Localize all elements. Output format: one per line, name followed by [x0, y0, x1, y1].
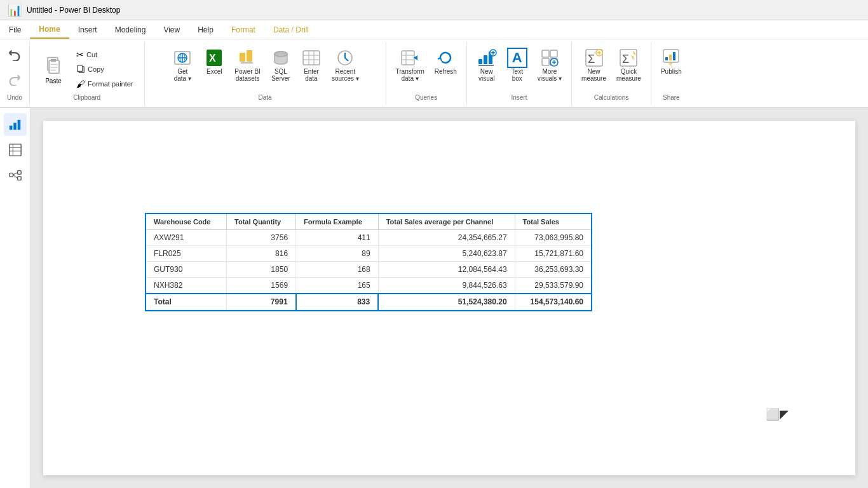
ribbon-undo-section: Undo — [0, 42, 30, 105]
cell-sales-0: 73,063,995.80 — [515, 230, 591, 246]
table-row[interactable]: GUT930 1850 168 12,084,564.43 36,253,693… — [146, 262, 591, 278]
power-bi-datasets-button[interactable]: Power BIdatasets — [230, 44, 265, 85]
table-row[interactable]: NXH382 1569 165 9,844,526.63 29,533,579.… — [146, 278, 591, 294]
svg-rect-31 — [478, 59, 482, 64]
svg-rect-2 — [51, 58, 57, 62]
cell-salesavg-0: 24,354,665.27 — [378, 230, 515, 246]
svg-rect-39 — [550, 50, 557, 57]
col-total-quantity: Total Quantity — [227, 214, 296, 230]
transform-data-icon — [400, 48, 420, 68]
insert-section-label: Insert — [511, 94, 527, 102]
redo-button[interactable] — [5, 69, 24, 92]
table-visual[interactable]: Warehouse Code Total Quantity Formula Ex… — [145, 213, 592, 311]
new-measure-button[interactable]: Σ Newmeasure — [577, 44, 611, 85]
svg-rect-54 — [665, 57, 668, 60]
cell-formula-2: 168 — [296, 262, 379, 278]
cell-formula-1: 89 — [296, 246, 379, 262]
cell-salesavg-3: 9,844,526.63 — [378, 278, 515, 294]
sql-server-button[interactable]: SQLServer — [266, 44, 295, 85]
paste-label: Paste — [45, 78, 62, 85]
data-section-label: Data — [258, 94, 271, 102]
copy-icon — [76, 65, 85, 74]
cell-salesavg-1: 5,240,623.87 — [378, 246, 515, 262]
refresh-button[interactable]: Refresh — [430, 44, 461, 78]
svg-rect-7 — [78, 65, 83, 72]
canvas-inner[interactable]: Warehouse Code Total Quantity Formula Ex… — [43, 121, 855, 475]
table-row[interactable]: FLR025 816 89 5,240,623.87 15,721,871.60 — [146, 246, 591, 262]
enter-data-icon — [301, 48, 322, 68]
new-visual-button[interactable]: Newvisual — [472, 44, 501, 85]
svg-rect-20 — [303, 51, 320, 65]
col-total-sales-avg: Total Sales average per Channel — [378, 214, 515, 230]
report-view-icon — [8, 118, 22, 132]
svg-rect-56 — [673, 52, 675, 60]
svg-rect-60 — [17, 120, 20, 130]
sidebar-data-view[interactable] — [4, 139, 27, 161]
quick-measure-button[interactable]: Σ Quickmeasure — [612, 44, 646, 85]
new-measure-label: Newmeasure — [581, 68, 606, 82]
cell-code-2: GUT930 — [146, 262, 227, 278]
menu-insert[interactable]: Insert — [69, 20, 106, 39]
more-visuals-label: Morevisuals ▾ — [538, 68, 562, 82]
get-data-button[interactable]: Getdata ▾ — [166, 44, 198, 85]
recent-sources-button[interactable]: Recentsources ▾ — [327, 44, 363, 85]
cell-formula-0: 411 — [296, 230, 379, 246]
cell-qty-3: 1569 — [227, 278, 296, 294]
menu-view[interactable]: View — [154, 20, 189, 39]
refresh-icon — [435, 48, 456, 68]
sidebar-report-view[interactable] — [4, 113, 27, 136]
app-icon: 📊 — [8, 3, 22, 17]
publish-button[interactable]: Publish — [656, 44, 686, 78]
transform-data-label: Transformdata ▾ — [396, 68, 424, 82]
paste-button[interactable]: Paste — [36, 44, 71, 94]
more-visuals-icon — [539, 48, 560, 68]
copy-button[interactable]: Copy — [72, 63, 138, 76]
svg-point-19 — [275, 51, 287, 57]
transform-data-button[interactable]: Transformdata ▾ — [391, 44, 429, 85]
svg-line-68 — [13, 172, 17, 175]
mouse-cursor: ⬜◤ — [766, 407, 789, 421]
undo-button[interactable] — [5, 44, 24, 67]
new-visual-icon — [477, 48, 497, 68]
sql-server-icon — [271, 48, 291, 68]
cell-salesavg-2: 12,084,564.43 — [378, 262, 515, 278]
svg-rect-40 — [542, 58, 549, 65]
svg-rect-4 — [51, 67, 58, 68]
total-formula: 833 — [296, 294, 379, 310]
excel-icon: X — [204, 48, 224, 68]
enter-data-label: Enterdata — [304, 68, 319, 82]
menu-data-drill[interactable]: Data / Drill — [264, 20, 318, 39]
text-box-icon: A — [507, 48, 527, 68]
svg-rect-65 — [9, 173, 13, 177]
table-total-row: Total 7991 833 51,524,380.20 154,573,140… — [146, 294, 591, 310]
menu-file[interactable]: File — [0, 20, 30, 39]
excel-button[interactable]: X Excel — [200, 44, 229, 78]
enter-data-button[interactable]: Enterdata — [297, 44, 326, 85]
menu-help[interactable]: Help — [189, 20, 222, 39]
svg-rect-61 — [9, 144, 20, 156]
menu-format[interactable]: Format — [222, 20, 264, 39]
sidebar-model-view[interactable] — [4, 164, 27, 187]
svg-rect-66 — [17, 171, 20, 175]
menu-home[interactable]: Home — [30, 20, 69, 39]
window-title: Untitled - Power BI Desktop — [27, 6, 120, 15]
cut-button[interactable]: ✂ Cut — [72, 48, 138, 62]
more-visuals-button[interactable]: Morevisuals ▾ — [533, 44, 566, 85]
clipboard-small-buttons: ✂ Cut Copy 🖌 Format painter — [72, 44, 138, 94]
svg-rect-15 — [240, 53, 245, 62]
total-sales: 154,573,140.60 — [515, 294, 591, 310]
format-painter-button[interactable]: 🖌 Format painter — [72, 77, 138, 91]
quick-measure-icon: Σ — [618, 48, 639, 68]
table-row[interactable]: AXW291 3756 411 24,354,665.27 73,063,995… — [146, 230, 591, 246]
copy-label: Copy — [88, 65, 104, 73]
col-total-sales: Total Sales — [515, 214, 591, 230]
svg-text:Σ: Σ — [588, 53, 595, 65]
new-visual-label: Newvisual — [478, 68, 495, 82]
text-box-button[interactable]: A Textbox — [503, 44, 532, 85]
svg-text:X: X — [209, 53, 216, 64]
title-bar: 📊 Untitled - Power BI Desktop — [0, 0, 868, 20]
sql-server-label: SQLServer — [271, 68, 290, 82]
menu-modeling[interactable]: Modeling — [106, 20, 155, 39]
clipboard-section-label: Clipboard — [73, 94, 100, 102]
publish-icon — [661, 48, 681, 68]
